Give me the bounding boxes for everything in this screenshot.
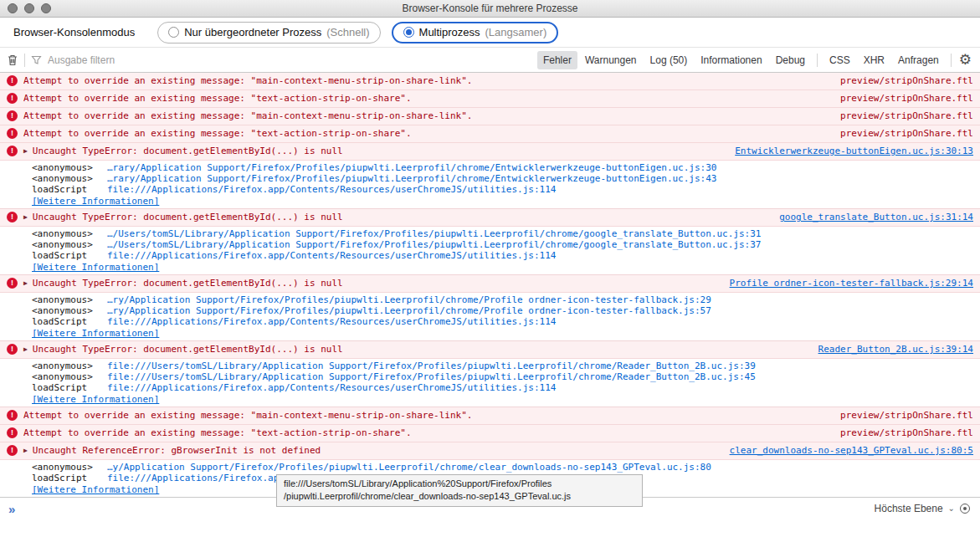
frame-source-link[interactable]: …/Users/tomSL/Library/Application Suppor… [107, 228, 761, 239]
toolbar-separator [24, 54, 25, 67]
filter-funnel-icon [31, 54, 42, 65]
message-location[interactable]: Profile ordner-icon-tester-fallback.js:2… [730, 278, 973, 289]
message-text: Attempt to override an existing message:… [23, 128, 830, 140]
message-text: Uncaught TypeError: document.getElementB… [33, 146, 725, 157]
console-error-block: !▶Uncaught TypeError: document.getElemen… [0, 341, 980, 407]
message-location[interactable]: preview/stripOnShare.ftl [840, 427, 973, 439]
console-message-override[interactable]: !Attempt to override an existing message… [0, 407, 980, 425]
frame-source-link[interactable]: file:///Applications/Firefox.app/Content… [107, 316, 556, 327]
console-message-error[interactable]: !▶Uncaught TypeError: document.getElemen… [0, 275, 980, 293]
traffic-lights [8, 3, 51, 13]
frame-function-name: <anonymous> [32, 462, 107, 473]
console-message-error[interactable]: !▶Uncaught TypeError: document.getElemen… [0, 209, 980, 227]
console-message-override[interactable]: !Attempt to override an existing message… [0, 425, 980, 442]
zoom-button[interactable] [41, 3, 51, 13]
evaluation-context-label: Höchste Ebene [875, 503, 943, 514]
message-text: Uncaught ReferenceError: gBrowserInit is… [33, 445, 720, 457]
learn-more-link[interactable]: [Weitere Informationen] [32, 328, 159, 339]
filter-button-fehler[interactable]: Fehler [537, 51, 577, 69]
message-location[interactable]: preview/stripOnShare.ftl [840, 110, 973, 122]
clear-console-icon[interactable] [7, 54, 18, 66]
frame-source-link[interactable]: file:///Users/tomSL/Library/Application … [107, 361, 756, 371]
request-buttons: CSSXHRAnfragen [824, 51, 945, 69]
message-location[interactable]: preview/stripOnShare.ftl [840, 93, 973, 105]
message-text: Attempt to override an existing message:… [23, 110, 830, 122]
filter-button-xhr[interactable]: XHR [858, 51, 890, 69]
message-text: Uncaught TypeError: document.getElementB… [33, 212, 769, 223]
mode-option-parent-process[interactable]: Nur übergeordneter Prozess (Schnell) [157, 22, 380, 43]
learn-more-link[interactable]: [Weitere Informationen] [32, 262, 159, 273]
error-icon: ! [7, 93, 18, 104]
console-error-block: !▶Uncaught TypeError: document.getElemen… [0, 275, 980, 341]
message-text: Uncaught TypeError: document.getElementB… [33, 278, 720, 289]
filter-button-informationen[interactable]: Informationen [695, 51, 767, 69]
error-icon: ! [7, 128, 18, 139]
stack-frame: <anonymous>…ry/Application Support/Firef… [0, 305, 980, 316]
error-icon: ! [7, 344, 18, 355]
radio-unchecked-icon [168, 27, 179, 38]
stack-trace: <anonymous>file:///Users/tomSL/Library/A… [0, 359, 980, 407]
frame-source-link[interactable]: file:///Applications/Firefox.app/Content… [107, 382, 556, 393]
status-tooltip-line2: /piupwlti.Leerprofil/chrome/clear_downlo… [284, 490, 635, 503]
message-location[interactable]: preview/stripOnShare.ftl [840, 410, 973, 422]
frame-source-link[interactable]: …ry/Application Support/Firefox/Profiles… [107, 305, 711, 316]
settings-gear-icon[interactable]: ⚙ [957, 53, 973, 67]
console-input-prompt-icon[interactable]: » [8, 503, 15, 515]
frame-source-link[interactable]: file:///Applications/Firefox.app/Content… [107, 250, 556, 261]
message-location[interactable]: google_translate_Button.uc.js:31:14 [779, 212, 973, 223]
mode-option-multiprocess[interactable]: Multiprozess (Langsamer) [392, 22, 559, 43]
learn-more-link[interactable]: [Weitere Informationen] [32, 196, 159, 207]
console-message-override[interactable]: !Attempt to override an existing message… [0, 125, 980, 143]
filter-button-debug[interactable]: Debug [770, 51, 811, 69]
console-message-error[interactable]: !▶Uncaught TypeError: document.getElemen… [0, 341, 980, 359]
frame-source-link[interactable]: …rary/Application Support/Firefox/Profil… [107, 162, 716, 173]
evaluation-context-selector[interactable]: Höchste Ebene ⌄ [875, 503, 970, 514]
message-text: Attempt to override an existing message:… [23, 427, 830, 439]
frame-source-link[interactable]: file:///Users/tomSL/Library/Application … [107, 371, 756, 382]
expand-arrow-icon[interactable]: ▶ [23, 278, 28, 289]
message-location[interactable]: Reader_Button_2B.uc.js:39:14 [818, 344, 973, 355]
frame-source-link[interactable]: …/Users/tomSL/Library/Application Suppor… [107, 239, 761, 250]
frame-source-link[interactable]: file:///Applications/Firefox.app/Content… [107, 184, 556, 195]
error-icon: ! [7, 427, 18, 438]
frame-source-link[interactable]: …ry/Application Support/Firefox/Profiles… [107, 294, 711, 305]
error-icon: ! [7, 410, 18, 421]
console-error-block: !▶Uncaught TypeError: document.getElemen… [0, 143, 980, 209]
console-toolbar: FehlerWarnungenLog (50)InformationenDebu… [0, 48, 980, 73]
mode-option-hint: (Schnell) [326, 26, 369, 38]
expand-arrow-icon[interactable]: ▶ [23, 146, 28, 157]
learn-more-link[interactable]: [Weitere Informationen] [32, 394, 159, 405]
filter-input[interactable] [48, 54, 531, 66]
filter-button-log-50[interactable]: Log (50) [644, 51, 694, 69]
frame-function-name: loadScript [32, 184, 107, 195]
console-message-error[interactable]: !▶Uncaught TypeError: document.getElemen… [0, 143, 980, 161]
console-message-error[interactable]: !▶Uncaught ReferenceError: gBrowserInit … [0, 442, 980, 460]
learn-more-link[interactable]: [Weitere Informationen] [32, 484, 159, 495]
console-message-override[interactable]: !Attempt to override an existing message… [0, 73, 980, 90]
expand-arrow-icon[interactable]: ▶ [23, 212, 28, 223]
frame-source-link[interactable]: …y/Application Support/Firefox/Profiles/… [107, 462, 711, 473]
error-icon: ! [7, 146, 18, 156]
frame-function-name: <anonymous> [32, 228, 107, 239]
expand-arrow-icon[interactable]: ▶ [23, 344, 28, 355]
stack-frame: <anonymous>…rary/Application Support/Fir… [0, 162, 980, 173]
message-location[interactable]: preview/stripOnShare.ftl [840, 128, 973, 140]
mode-option-label: Nur übergeordneter Prozess [184, 26, 321, 38]
filter-button-css[interactable]: CSS [824, 51, 856, 69]
console-message-override[interactable]: !Attempt to override an existing message… [0, 90, 980, 108]
frame-source-link[interactable]: …rary/Application Support/Firefox/Profil… [107, 173, 716, 184]
stack-frame: <anonymous>…rary/Application Support/Fir… [0, 173, 980, 184]
filter-button-warnungen[interactable]: Warnungen [579, 51, 643, 69]
console-message-override[interactable]: !Attempt to override an existing message… [0, 108, 980, 125]
close-button[interactable] [8, 3, 18, 13]
mode-option-label: Multiprozess [419, 26, 480, 38]
minimize-button[interactable] [24, 3, 34, 13]
frame-function-name: <anonymous> [32, 361, 107, 371]
message-location[interactable]: preview/stripOnShare.ftl [840, 75, 973, 87]
stack-frame: <anonymous>…/Users/tomSL/Library/Applica… [0, 239, 980, 250]
message-text: Uncaught TypeError: document.getElementB… [33, 344, 808, 355]
expand-arrow-icon[interactable]: ▶ [23, 445, 28, 457]
message-location[interactable]: clear_downloads-no-sep143_GPTeval.uc.js:… [730, 445, 973, 457]
filter-button-anfragen[interactable]: Anfragen [892, 51, 945, 69]
message-location[interactable]: Entwicklerwerkzeuge-buttonEigen.uc.js:30… [735, 146, 973, 157]
